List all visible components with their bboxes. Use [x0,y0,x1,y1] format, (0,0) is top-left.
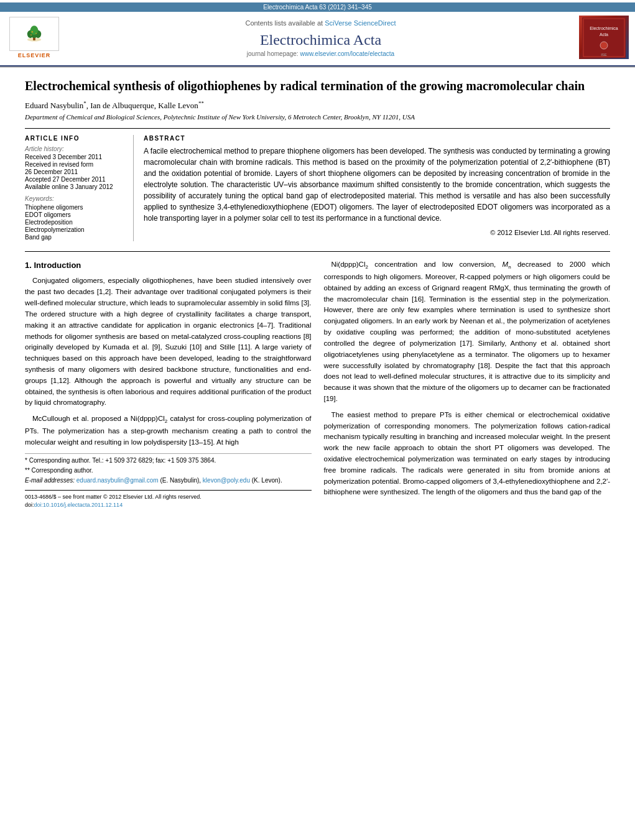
revised-label: Received in revised form [25,161,126,168]
email1-person: E. Nasybulin [162,477,197,484]
elsevier-logo-box [9,17,59,51]
doi-link[interactable]: doi:10.1016/j.electacta.2011.12.114 [34,502,123,508]
section1-para1: Conjugated oligomers, especially oligoth… [25,275,312,408]
content-wrapper: Electrochemical synthesis of oligothioph… [0,68,635,516]
journal-header: Electrochimica Acta 63 (2012) 341–345 [0,0,635,68]
elsevier-tree-icon [22,25,47,42]
footnote-email: E-mail addresses: eduard.nasybulin@gmail… [25,476,312,485]
copyright: © 2012 Elsevier Ltd. All rights reserved… [144,229,610,236]
article-info-header: ARTICLE INFO [25,135,126,142]
footnote-star1: * Corresponding author. Tel.: +1 509 372… [25,456,312,465]
received-date: Received 3 December 2011 [25,154,126,160]
body-two-col: 1. Introduction Conjugated oligomers, es… [25,259,610,510]
svg-point-14 [600,42,608,49]
journal-banner: ELSEVIER Contents lists available at Sci… [0,12,635,63]
elsevier-logo: ELSEVIER [6,17,62,58]
email2-link[interactable]: klevon@poly.edu [203,477,250,484]
sciverse-link[interactable]: SciVerse ScienceDirect [325,19,396,27]
email2-person: K. Levon [254,477,278,484]
authors: Eduard Nasybulin*, Ian de Albuquerque, K… [25,100,610,111]
authors-text: Eduard Nasybulin*, Ian de Albuquerque, K… [25,101,204,110]
revised-date: 26 December 2011 [25,168,126,175]
section1-para2: McCullough et al. proposed a Ni(dppp)Cl2… [25,413,312,448]
journal-right-logo: Electrochimica Acta ISE [579,16,629,59]
section1-col2-para1: Ni(dppp)Cl2 concentration and low conver… [324,259,611,404]
journal-citation: Electrochimica Acta 63 (2012) 341–345 [263,4,372,11]
section1-number: 1. [25,261,32,270]
history-label: Article history: [25,145,126,152]
svg-point-6 [32,31,33,32]
svg-rect-9 [582,17,626,58]
section1-col2-para2: The easiest method to prepare PTs is eit… [324,410,611,499]
accepted-date: Accepted 27 December 2011 [25,176,126,183]
body-col-left: 1. Introduction Conjugated oligomers, es… [25,259,312,510]
footer-bar: 0013-4686/$ – see front matter © 2012 El… [25,490,312,510]
keyword-3: Electrodeposition [25,219,126,226]
journal-divider [0,65,635,67]
footnote-divider [25,453,312,454]
journal-top-bar: Electrochimica Acta 63 (2012) 341–345 [0,2,635,12]
abstract-col: ABSTRACT A facile electrochemical method… [144,135,610,241]
body-divider [25,251,610,252]
contents-prefix: Contents lists available at [245,19,325,27]
affiliation: Department of Chemical and Biological Sc… [25,113,610,121]
section1-title: 1. Introduction [25,259,312,272]
keyword-4: Electropolymerization [25,226,126,233]
svg-point-5 [30,25,38,35]
keyword-2: EDOT oligomers [25,211,126,218]
keyword-1: Thiophene oligomers [25,204,126,211]
elsevier-label: ELSEVIER [18,52,51,58]
journal-center: Contents lists available at SciVerse Sci… [62,17,579,57]
journal-cover-icon: Electrochimica Acta ISE [582,17,626,58]
article-info-abstract: ARTICLE INFO Article history: Received 3… [25,128,610,241]
body-col-right: Ni(dppp)Cl2 concentration and low conver… [324,259,611,510]
journal-homepage: journal homepage: www.elsevier.com/locat… [68,50,573,57]
homepage-url[interactable]: www.elsevier.com/locate/electacta [300,50,394,57]
footer-issn: 0013-4686/$ – see front matter © 2012 El… [25,493,312,502]
article-title: Electrochemical synthesis of oligothioph… [25,78,610,94]
homepage-prefix: journal homepage: [247,50,300,57]
svg-point-7 [35,33,37,34]
svg-text:ISE: ISE [601,53,607,57]
svg-point-8 [30,34,32,35]
keywords-label: Keywords: [25,195,126,202]
article-info-col: ARTICLE INFO Article history: Received 3… [25,135,134,241]
contents-line: Contents lists available at SciVerse Sci… [68,17,573,28]
footnote-star2: ** Corresponding author. [25,466,312,475]
abstract-text: A facile electrochemical method to prepa… [144,145,610,224]
svg-text:Acta: Acta [600,32,608,37]
section1-label: Introduction [34,261,81,270]
email1-link[interactable]: eduard.nasybulin@gmail.com [76,477,159,484]
email-label: E-mail addresses: [25,477,75,484]
available-date: Available online 3 January 2012 [25,183,126,190]
svg-text:Electrochimica: Electrochimica [590,26,618,30]
footer-doi: doi:doi:10.1016/j.electacta.2011.12.114 [25,501,312,510]
abstract-header: ABSTRACT [144,135,610,142]
journal-title: Electrochimica Acta [68,32,573,48]
keyword-5: Band gap [25,234,126,241]
